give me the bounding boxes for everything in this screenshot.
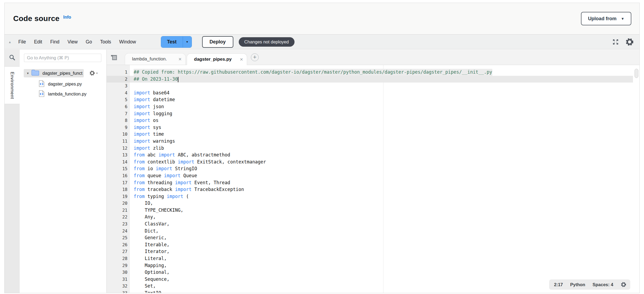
menu-item-window[interactable]: Window [119,39,136,45]
line-number[interactable]: 1 [107,69,130,76]
line-number[interactable]: 26 [107,241,130,248]
test-dropdown-button[interactable]: ▾ [183,36,192,47]
code-line[interactable]: 10import time [107,131,633,138]
line-number[interactable]: 21 [107,207,130,214]
menu-item-go[interactable]: Go [86,39,92,45]
line-number[interactable]: 27 [107,248,130,255]
line-number[interactable]: 11 [107,138,130,145]
menu-item-tools[interactable]: Tools [100,39,111,45]
vertical-scrollbar[interactable] [635,69,638,78]
code-line[interactable]: 5import datetime [107,96,633,103]
line-number[interactable]: 12 [107,145,130,152]
test-button[interactable]: Test [161,36,183,47]
code-line[interactable]: 25 Generic, [107,234,633,241]
line-number[interactable]: 24 [107,228,130,235]
code-line[interactable]: 20 IO, [107,200,633,207]
line-number[interactable]: 10 [107,131,130,138]
tab-lambda-function[interactable]: lambda_function. × [125,53,186,65]
collapse-panel-icon[interactable]: ▴ [9,40,11,44]
code-line[interactable]: 13from abc import ABC, abstractmethod [107,152,633,159]
line-number[interactable]: 22 [107,214,130,221]
line-number[interactable]: 16 [107,172,130,179]
code-line[interactable]: 4import base64 [107,90,633,97]
tree-file-dagster_pipes-py[interactable]: dagster_pipes.py [20,79,106,89]
code-line[interactable]: 3 [107,83,633,90]
code-line[interactable]: 17from threading import Event, Thread [107,179,633,186]
code-line[interactable]: 6import json [107,103,633,110]
line-number[interactable]: 33 [107,290,130,293]
fullscreen-icon[interactable] [612,38,619,46]
code-line[interactable]: 12import zlib [107,145,633,152]
code-line[interactable]: 7import logging [107,110,633,117]
code-line[interactable]: 26 Iterable, [107,241,633,248]
line-number[interactable]: 5 [107,96,130,103]
code-line[interactable]: 28 Literal, [107,255,633,262]
menu-item-file[interactable]: File [18,39,26,45]
code-line[interactable]: 29 Mapping, [107,262,633,269]
line-number[interactable]: 20 [107,200,130,207]
editor-settings-gear-icon[interactable] [621,282,626,288]
close-icon[interactable]: × [178,56,182,62]
line-number[interactable]: 8 [107,117,130,124]
cursor-position[interactable]: 2:17 [554,282,563,287]
line-number[interactable]: 9 [107,124,130,131]
info-link[interactable]: Info [63,15,71,20]
code-line[interactable]: 14from contextlib import ExitStack, cont… [107,159,633,166]
code-line[interactable]: 19from typing import ( [107,193,633,200]
code-line[interactable]: 24 Dict, [107,228,633,235]
tab-dagster-pipes[interactable]: dagster_pipes.py × [187,53,247,65]
code-line[interactable]: 22 Any, [107,214,633,221]
line-number[interactable]: 4 [107,90,130,97]
line-number[interactable]: 7 [107,110,130,117]
gear-icon[interactable] [625,37,634,46]
code-line[interactable]: 2## On 2023-11-30 [107,76,633,83]
line-number[interactable]: 25 [107,234,130,241]
line-number[interactable]: 30 [107,269,130,276]
new-tab-button[interactable]: + [251,53,259,61]
line-number[interactable]: 19 [107,193,130,200]
line-number[interactable]: 15 [107,165,130,172]
code-line[interactable]: 27 Iterator, [107,248,633,255]
code-line[interactable]: 8import os [107,117,633,124]
line-number[interactable]: 31 [107,276,130,283]
menu-item-find[interactable]: Find [50,39,59,45]
line-number[interactable]: 28 [107,255,130,262]
menu-item-view[interactable]: View [67,39,78,45]
line-number[interactable]: 13 [107,152,130,159]
line-number[interactable]: 29 [107,262,130,269]
indent-setting[interactable]: Spaces: 4 [593,282,613,287]
code-line[interactable]: 16from queue import Queue [107,172,633,179]
line-number[interactable]: 17 [107,179,130,186]
code-line[interactable]: 30 Optional, [107,269,633,276]
line-number[interactable]: 14 [107,159,130,166]
goto-anything-input[interactable] [24,54,101,62]
upload-from-button[interactable]: Upload from ▼ [581,12,631,25]
search-icon-cell[interactable] [5,50,20,66]
language-mode[interactable]: Python [570,282,585,287]
code-line[interactable]: 33 TextIO [107,290,633,293]
line-number[interactable]: 23 [107,221,130,228]
tree-folder-row[interactable]: ▾ dagster_pipes_funct [24,69,84,77]
workspace: Environment ▾ dagster_pipes_funct [5,50,639,293]
code-line[interactable]: 9import sys [107,124,633,131]
code-line[interactable]: 21 TYPE_CHECKING, [107,207,633,214]
code-line-text: Mapping, [134,262,167,269]
code-line[interactable]: 11import warnings [107,138,633,145]
tab-list-icon[interactable] [110,54,118,62]
code-line[interactable]: 1## Copied from: https://raw.githubuserc… [107,69,633,76]
menu-item-edit[interactable]: Edit [34,39,42,45]
line-number[interactable]: 18 [107,186,130,193]
deploy-button[interactable]: Deploy [202,36,233,48]
tree-settings-button[interactable]: ▾ [89,70,98,76]
tree-file-lambda_function-py[interactable]: lambda_function.py [20,89,106,99]
code-line[interactable]: 15from io import StringIO [107,165,633,172]
code-line[interactable]: 23 ClassVar, [107,221,633,228]
code-line[interactable]: 18from traceback import TracebackExcepti… [107,186,633,193]
code-editor[interactable]: 1## Copied from: https://raw.githubuserc… [107,65,639,293]
line-number[interactable]: 32 [107,283,130,290]
close-icon[interactable]: × [240,56,243,63]
environment-tab[interactable]: Environment [5,66,20,104]
line-number[interactable]: 3 [107,83,130,90]
line-number[interactable]: 2 [107,76,130,83]
line-number[interactable]: 6 [107,103,130,110]
